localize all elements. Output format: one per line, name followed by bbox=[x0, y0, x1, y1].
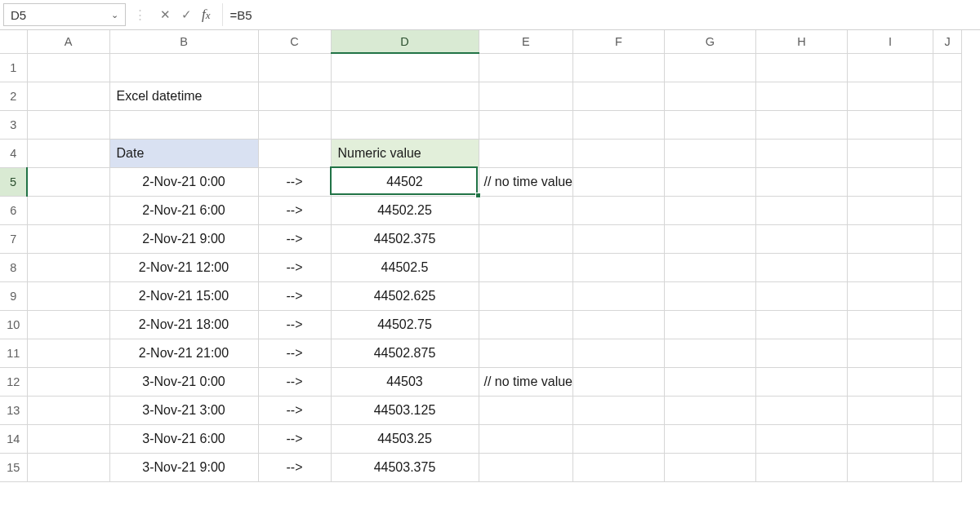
fx-icon[interactable]: fx bbox=[197, 7, 216, 23]
row-header-8[interactable]: 8 bbox=[0, 253, 27, 281]
comment-cell[interactable]: // no time value bbox=[479, 367, 573, 396]
cell[interactable] bbox=[756, 310, 848, 339]
cell-value[interactable]: 44502.5 bbox=[331, 253, 479, 281]
cell[interactable] bbox=[258, 53, 331, 82]
row-header-2[interactable]: 2 bbox=[0, 82, 27, 110]
sheet-title[interactable]: Excel datetime bbox=[109, 82, 258, 110]
cell[interactable] bbox=[27, 196, 109, 224]
cell-value[interactable]: 44502.375 bbox=[331, 224, 479, 253]
cell[interactable] bbox=[479, 196, 573, 224]
cell[interactable] bbox=[756, 253, 848, 281]
cell[interactable] bbox=[756, 110, 848, 139]
cell[interactable] bbox=[573, 167, 665, 196]
name-box[interactable]: D5 ⌄ bbox=[3, 3, 126, 26]
cell[interactable] bbox=[848, 310, 933, 339]
arrow-cell[interactable]: --> bbox=[258, 396, 331, 424]
cell-value[interactable]: 44502.625 bbox=[331, 281, 479, 310]
arrow-cell[interactable]: --> bbox=[258, 167, 331, 196]
cell[interactable] bbox=[27, 367, 109, 396]
enter-icon[interactable]: ✓ bbox=[176, 4, 197, 25]
cell[interactable] bbox=[756, 396, 848, 424]
cell[interactable] bbox=[573, 396, 665, 424]
cell[interactable] bbox=[933, 424, 962, 453]
cell-value[interactable]: 44502.875 bbox=[331, 339, 479, 367]
cell[interactable] bbox=[27, 339, 109, 367]
cell-date[interactable]: 2-Nov-21 0:00 bbox=[109, 167, 258, 196]
cell[interactable] bbox=[573, 110, 665, 139]
cell[interactable] bbox=[933, 367, 962, 396]
cell[interactable] bbox=[573, 281, 665, 310]
cell[interactable] bbox=[848, 396, 933, 424]
cell[interactable] bbox=[848, 224, 933, 253]
cell[interactable] bbox=[756, 139, 848, 167]
cell[interactable] bbox=[27, 424, 109, 453]
cell[interactable] bbox=[665, 396, 756, 424]
col-header-H[interactable]: H bbox=[756, 30, 848, 53]
arrow-cell[interactable]: --> bbox=[258, 339, 331, 367]
col-header-G[interactable]: G bbox=[665, 30, 756, 53]
cell[interactable] bbox=[573, 310, 665, 339]
cell[interactable] bbox=[756, 82, 848, 110]
col-header-J[interactable]: J bbox=[933, 30, 962, 53]
cell[interactable] bbox=[573, 196, 665, 224]
cell[interactable] bbox=[27, 281, 109, 310]
cell[interactable] bbox=[933, 139, 962, 167]
header-date[interactable]: Date bbox=[109, 139, 258, 167]
cell[interactable] bbox=[479, 82, 573, 110]
cell[interactable] bbox=[331, 53, 479, 82]
comment-cell[interactable]: // no time value bbox=[479, 167, 573, 196]
cell[interactable] bbox=[479, 139, 573, 167]
cell[interactable] bbox=[756, 367, 848, 396]
arrow-cell[interactable]: --> bbox=[258, 367, 331, 396]
row-header-14[interactable]: 14 bbox=[0, 424, 27, 453]
cell-date[interactable]: 2-Nov-21 18:00 bbox=[109, 310, 258, 339]
cell[interactable] bbox=[848, 139, 933, 167]
cell[interactable] bbox=[848, 367, 933, 396]
cell[interactable] bbox=[756, 339, 848, 367]
cell[interactable] bbox=[933, 453, 962, 481]
formula-input[interactable] bbox=[222, 3, 973, 26]
arrow-cell[interactable]: --> bbox=[258, 281, 331, 310]
cell[interactable] bbox=[331, 110, 479, 139]
cell[interactable] bbox=[479, 396, 573, 424]
cell[interactable] bbox=[258, 110, 331, 139]
cell[interactable] bbox=[479, 339, 573, 367]
cell[interactable] bbox=[665, 424, 756, 453]
select-all-corner[interactable] bbox=[0, 30, 27, 53]
cell[interactable] bbox=[665, 53, 756, 82]
cell-date[interactable]: 3-Nov-21 6:00 bbox=[109, 424, 258, 453]
cell-value[interactable]: 44503.375 bbox=[331, 453, 479, 481]
row-header-13[interactable]: 13 bbox=[0, 396, 27, 424]
cell[interactable] bbox=[848, 281, 933, 310]
cell[interactable] bbox=[27, 253, 109, 281]
arrow-cell[interactable]: --> bbox=[258, 253, 331, 281]
header-numeric[interactable]: Numeric value bbox=[331, 139, 479, 167]
row-header-3[interactable]: 3 bbox=[0, 110, 27, 139]
cell[interactable] bbox=[756, 453, 848, 481]
col-header-I[interactable]: I bbox=[848, 30, 933, 53]
cell-value[interactable]: 44502 bbox=[331, 167, 479, 196]
cell[interactable] bbox=[27, 453, 109, 481]
row-header-5[interactable]: 5 bbox=[0, 167, 27, 196]
cell[interactable] bbox=[756, 53, 848, 82]
cell[interactable] bbox=[848, 453, 933, 481]
cell[interactable] bbox=[665, 453, 756, 481]
cell-date[interactable]: 3-Nov-21 9:00 bbox=[109, 453, 258, 481]
cell[interactable] bbox=[848, 253, 933, 281]
cell-value[interactable]: 44503 bbox=[331, 367, 479, 396]
cell[interactable] bbox=[665, 82, 756, 110]
cell[interactable] bbox=[933, 167, 962, 196]
cell[interactable] bbox=[665, 224, 756, 253]
cell[interactable] bbox=[665, 196, 756, 224]
cell[interactable] bbox=[27, 110, 109, 139]
cell[interactable] bbox=[848, 424, 933, 453]
cell[interactable] bbox=[848, 53, 933, 82]
cell[interactable] bbox=[573, 339, 665, 367]
cell-date[interactable]: 2-Nov-21 9:00 bbox=[109, 224, 258, 253]
cell[interactable] bbox=[27, 310, 109, 339]
cell[interactable] bbox=[933, 196, 962, 224]
col-header-B[interactable]: B bbox=[109, 30, 258, 53]
cell[interactable] bbox=[27, 82, 109, 110]
cell[interactable] bbox=[756, 281, 848, 310]
cell[interactable] bbox=[27, 53, 109, 82]
